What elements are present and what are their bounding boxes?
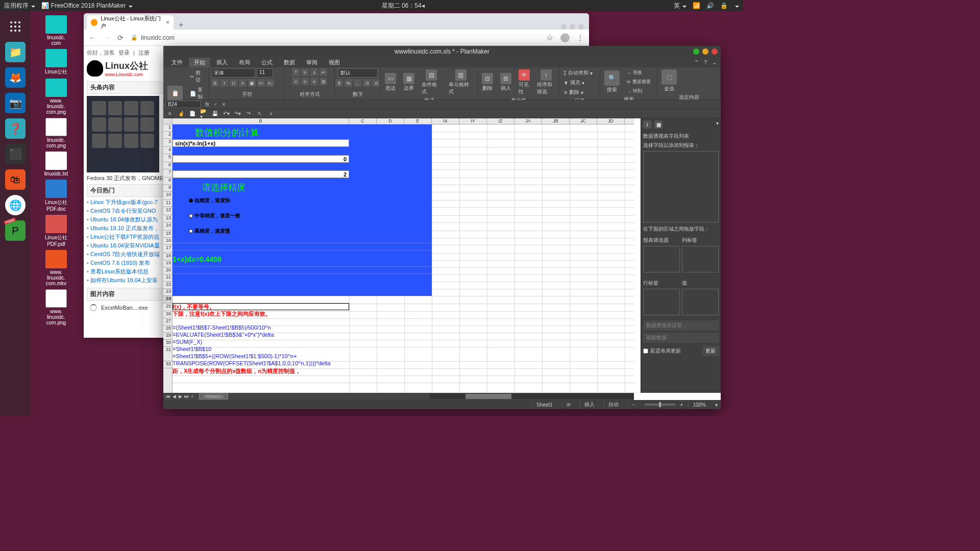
- menu-insert[interactable]: 插入: [211, 58, 233, 67]
- currency-button[interactable]: $: [335, 79, 343, 87]
- horizontal-scrollbar[interactable]: [430, 394, 634, 399]
- select-all-corner[interactable]: [163, 118, 173, 124]
- align-left-button[interactable]: ≡: [292, 78, 300, 85]
- pointer-icon[interactable]: ↖: [256, 110, 263, 117]
- open-file-icon[interactable]: 📂▾: [200, 110, 207, 117]
- apps-grid-button[interactable]: [5, 16, 26, 37]
- menu-icon[interactable]: ≡: [166, 110, 174, 117]
- redo-icon[interactable]: ↷▾: [234, 110, 241, 117]
- precision-radio-low[interactable]: 低精度，速度快: [189, 197, 230, 204]
- desktop-file[interactable]: linuxidc. com.png: [36, 118, 77, 148]
- apps-menu[interactable]: 应用程序: [4, 2, 35, 10]
- select-all-button[interactable]: ⬚全选: [659, 68, 679, 93]
- forward-button[interactable]: →: [103, 34, 110, 42]
- menu-review[interactable]: 审阅: [301, 58, 323, 67]
- bottom-border-button[interactable]: ▭底边: [383, 72, 398, 93]
- comma-button[interactable]: ,: [354, 79, 361, 87]
- screenshot-icon[interactable]: 📷: [5, 93, 26, 113]
- register-link[interactable]: 注册: [138, 49, 150, 56]
- column-drop-zone[interactable]: [682, 246, 719, 272]
- close-tab-icon[interactable]: ×: [166, 19, 169, 26]
- zoom-out-button[interactable]: −: [628, 402, 640, 408]
- desktop-file[interactable]: Linux公社: [36, 49, 77, 76]
- align-mid-button[interactable]: ≡: [301, 68, 309, 76]
- defer-layout-checkbox[interactable]: [643, 348, 648, 354]
- font-grow-button[interactable]: A↑: [257, 79, 265, 87]
- cond-format-button[interactable]: ▤条件格式: [420, 68, 444, 96]
- status-insert-mode[interactable]: 插入: [580, 401, 599, 408]
- underline-button[interactable]: U: [230, 79, 237, 87]
- percent-button[interactable]: %: [345, 79, 352, 87]
- cut-button[interactable]: ✂剪切: [188, 68, 207, 85]
- insert-cell-button[interactable]: ⊞插入: [498, 72, 513, 93]
- zoom-slider[interactable]: [645, 404, 675, 406]
- lock-icon[interactable]: 🔒: [720, 2, 728, 9]
- bold-button[interactable]: B: [211, 79, 219, 87]
- number-format-select[interactable]: 默认: [338, 68, 378, 78]
- value-drop-zone[interactable]: [682, 289, 719, 315]
- window-close-icon[interactable]: [712, 48, 718, 55]
- cell-style-button[interactable]: ▥单元格样式: [447, 68, 475, 96]
- reload-button[interactable]: ⟳: [117, 34, 124, 42]
- desktop-file[interactable]: Linux公社 PDF.doc: [36, 180, 77, 212]
- chrome-icon[interactable]: 🌐: [5, 195, 26, 215]
- fill-color-button[interactable]: ▣: [248, 79, 256, 87]
- accept-icon[interactable]: ✓: [213, 102, 217, 107]
- desktop-file[interactable]: www. linuxidc. com.mkv: [36, 250, 77, 286]
- clear-button[interactable]: ✕删除▾: [561, 88, 585, 97]
- formula-input-cell[interactable]: sin(x)*x-ln(1+x): [173, 139, 349, 147]
- sheet-tab[interactable]: «Sheet1»: [199, 393, 228, 399]
- window-titlebar[interactable]: wwwlinuxidc.com.xls * - PlanMaker: [163, 46, 721, 57]
- help-icon[interactable]: ❓: [5, 118, 26, 139]
- research-button[interactable]: ⟳重新搜索: [625, 78, 653, 86]
- font-shrink-button[interactable]: A↓: [266, 79, 274, 87]
- wifi-icon[interactable]: 📶: [693, 2, 700, 9]
- merge-button[interactable]: ⊞: [320, 78, 327, 85]
- align-right-button[interactable]: ≡: [310, 78, 318, 85]
- desktop-file[interactable]: Linux公社 PDF.pdf: [36, 215, 77, 247]
- power-menu[interactable]: [734, 2, 739, 9]
- bookmark-star-icon[interactable]: ☆: [546, 33, 553, 42]
- refresh-data-button[interactable]: 刷新数据: [643, 333, 719, 343]
- software-center-icon[interactable]: 🛍: [5, 169, 26, 190]
- address-field[interactable]: 🔒linuxidc.com: [131, 34, 539, 41]
- zoom-level[interactable]: 100%: [688, 402, 710, 408]
- copy-button[interactable]: 📄复制: [188, 85, 207, 102]
- clock[interactable]: 星期二 06：54◂: [133, 2, 674, 10]
- menu-data[interactable]: 数据: [279, 58, 300, 67]
- panel-menu-icon[interactable]: ▾: [716, 120, 719, 129]
- align-bot-button[interactable]: ⤓: [310, 68, 318, 76]
- ribbon-toggle-icon[interactable]: ⌃: [694, 59, 699, 66]
- inc-decimal-button[interactable]: .0: [363, 79, 371, 87]
- align-top-button[interactable]: ⤒: [292, 68, 300, 76]
- desktop-file[interactable]: linuxidc.txt: [36, 152, 77, 177]
- lower-bound-cell[interactable]: 0: [173, 155, 349, 163]
- window-max-icon[interactable]: [570, 24, 575, 30]
- row-headers[interactable]: 1234567891011121314151617181920212223242…: [163, 124, 173, 393]
- row-drop-zone[interactable]: [643, 289, 680, 315]
- visibility-button[interactable]: 👁可见性: [517, 68, 532, 96]
- goto-button[interactable]: →转到: [625, 87, 653, 95]
- menu-view[interactable]: 视图: [324, 58, 345, 67]
- cell-grid[interactable]: 数值积分的计算 sin(x)*x-ln(1+x) 0 2 请选择精度 低精度，速…: [173, 124, 634, 393]
- login-link[interactable]: 登录: [118, 49, 130, 56]
- sheet-next-icon[interactable]: ▶: [178, 394, 183, 399]
- delete-cell-button[interactable]: ⊟删除: [480, 72, 495, 93]
- planmaker-dock-icon[interactable]: FREEP: [5, 220, 26, 241]
- ime-indicator[interactable]: 英: [674, 2, 687, 10]
- font-color-button[interactable]: A: [239, 79, 247, 87]
- status-auto[interactable]: 自动: [604, 401, 623, 408]
- collapse-icon[interactable]: ⌄: [712, 59, 717, 66]
- sheet-first-icon[interactable]: ⏮: [165, 394, 170, 399]
- terminal-icon[interactable]: ⬛: [5, 144, 26, 164]
- help-icon[interactable]: ?: [704, 59, 707, 66]
- sheet-prev-icon[interactable]: ◀: [172, 394, 177, 399]
- window-close-icon[interactable]: [578, 24, 584, 30]
- fx-icon[interactable]: fx: [205, 102, 209, 107]
- more-icon[interactable]: »: [267, 110, 275, 117]
- window-minimize-icon[interactable]: [693, 48, 699, 55]
- info-icon[interactable]: i: [643, 120, 651, 129]
- column-headers[interactable]: B C D E IX IY IZ JA JB JC JD: [173, 118, 634, 124]
- browser-tab[interactable]: Linux公社 - Linux系统门户 ×: [87, 15, 174, 30]
- fill-button[interactable]: ▼填充▾: [561, 78, 586, 87]
